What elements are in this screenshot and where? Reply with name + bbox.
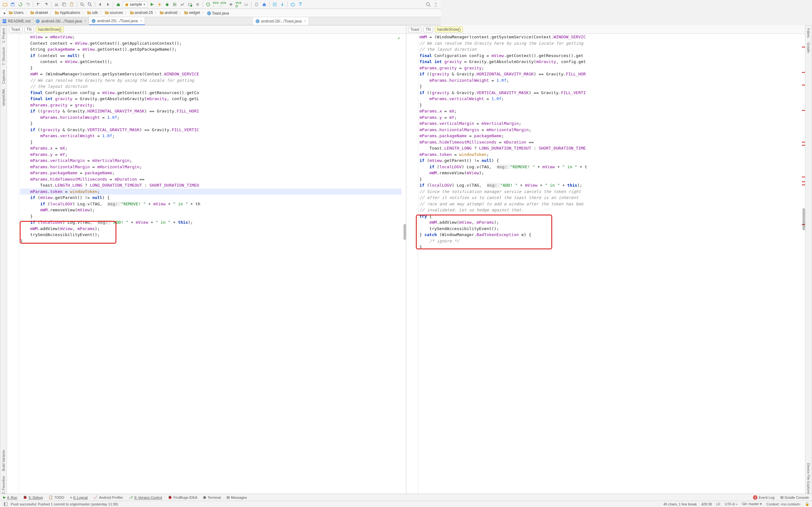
run-config-label: sample — [130, 2, 142, 7]
svg-rect-12 — [70, 3, 73, 6]
svg-rect-62 — [184, 11, 186, 12]
tab-readme[interactable]: MD README.md — [0, 17, 33, 25]
class-icon: C — [256, 19, 259, 23]
sync-icon[interactable] — [17, 1, 23, 8]
close-icon[interactable]: × — [84, 19, 86, 23]
stop-icon[interactable] — [194, 1, 201, 8]
simpleuml-tool[interactable]: simpleUML — [2, 89, 5, 106]
svg-marker-23 — [151, 3, 154, 6]
breadcrumb-segment[interactable]: Users — [8, 10, 25, 15]
attach-debugger-icon[interactable] — [187, 1, 193, 8]
undo-icon[interactable] — [35, 1, 42, 8]
structure-tool[interactable]: 7: Structure — [2, 47, 5, 65]
breadcrumb-segment[interactable]: sources — [104, 10, 124, 15]
svg-marker-38 — [263, 3, 265, 4]
breadcrumb-segment[interactable]: android — [159, 10, 179, 15]
left-tool-stripe: 1: Project 7: Structure Captures simpleU… — [0, 25, 7, 276]
crumb-inner[interactable]: TN — [423, 26, 433, 32]
copy-icon[interactable] — [61, 1, 67, 8]
editor-split: Toast TN handleShow() ✔ mView = mNextVie… — [7, 25, 441, 276]
svg-marker-20 — [107, 3, 109, 6]
run-config-selector[interactable]: ▣ sample ▾ — [123, 1, 148, 8]
user-icon[interactable] — [433, 1, 439, 8]
svg-rect-61 — [184, 12, 188, 14]
layout-inspector-icon[interactable] — [271, 1, 278, 8]
svg-point-44 — [426, 3, 429, 6]
svg-point-16 — [88, 3, 91, 5]
markdown-icon: MD — [3, 19, 6, 23]
paste-icon[interactable] — [68, 1, 75, 8]
tab-label: android-26/.../Toast.java — [261, 19, 302, 23]
svg-line-17 — [90, 5, 92, 6]
debug-icon[interactable] — [164, 1, 170, 8]
crumb-inner[interactable]: TN — [24, 26, 34, 32]
replace-icon[interactable] — [87, 1, 93, 8]
svg-marker-42 — [281, 5, 284, 6]
breadcrumb-segment[interactable]: sdk — [86, 10, 99, 15]
svg-rect-53 — [87, 12, 91, 14]
back-icon[interactable] — [97, 1, 103, 8]
main-toolbar: ▣ sample ▾ VCS↓ VCS↑ VCS◷ ? — [0, 0, 441, 9]
breadcrumb-segment[interactable]: widget — [183, 10, 201, 15]
redo-icon[interactable] — [43, 1, 49, 8]
build-icon[interactable] — [115, 1, 121, 8]
code-area[interactable]: ✔ mView = mNextView; Context context = m… — [7, 34, 406, 276]
structure-icon[interactable] — [290, 1, 296, 8]
download-icon[interactable] — [279, 1, 286, 8]
profile-icon[interactable] — [179, 1, 186, 8]
crumb-class[interactable]: Toast — [408, 26, 422, 32]
svg-line-15 — [83, 5, 84, 6]
crumb-class[interactable]: Toast — [9, 26, 22, 32]
revert-icon[interactable] — [243, 1, 249, 8]
svg-rect-47 — [9, 12, 13, 14]
crumb-method[interactable]: handleShow() — [36, 26, 64, 32]
vcs-compare-icon[interactable] — [228, 1, 234, 8]
close-icon[interactable]: × — [140, 19, 142, 22]
sync-gradle-icon[interactable] — [205, 1, 211, 8]
svg-rect-51 — [55, 12, 59, 14]
svg-rect-11 — [63, 3, 66, 6]
code-lines[interactable]: mView = mNextView; Context context = mVi… — [19, 34, 402, 276]
captures-tool[interactable]: Captures — [2, 70, 5, 84]
error-stripe[interactable] — [402, 34, 406, 276]
svg-rect-57 — [130, 12, 134, 14]
tab-toast-26-a[interactable]: C android-26/.../Toast.java × — [33, 17, 89, 25]
save-all-icon[interactable] — [9, 1, 16, 8]
open-icon[interactable] — [2, 1, 8, 8]
breadcrumb-segment[interactable]: android-25 — [129, 10, 154, 15]
project-tool[interactable]: 1: Project — [2, 28, 5, 43]
gutter[interactable] — [406, 34, 418, 276]
tab-toast-25[interactable]: C android-25/.../Toast.java × — [89, 17, 145, 25]
sdk-manager-icon[interactable] — [261, 1, 267, 8]
avd-manager-icon[interactable] — [253, 1, 260, 8]
svg-rect-40 — [274, 3, 275, 5]
breadcrumb-segment[interactable]: Applications — [54, 10, 82, 15]
gutter[interactable] — [7, 34, 19, 276]
help-icon[interactable]: ? — [297, 1, 304, 8]
vcs-update-icon[interactable]: VCS↓ — [212, 1, 219, 8]
vcs-history-icon[interactable]: VCS◷ — [235, 1, 242, 8]
apply-changes-icon[interactable] — [156, 1, 163, 8]
cut-icon[interactable] — [53, 1, 60, 8]
breadcrumb-segment[interactable]: drakeet — [29, 10, 49, 15]
tab-label: android-26/.../Toast.java — [41, 19, 82, 23]
vcs-commit-icon[interactable]: VCS↑ — [220, 1, 226, 8]
code-lines[interactable]: mWM = (WindowManager)context.getSystemSe… — [418, 34, 441, 276]
search-icon[interactable] — [425, 1, 432, 8]
breadcrumb-root[interactable]: ▸ — [3, 10, 7, 15]
tab-toast-26-b[interactable]: C android-26/.../Toast.java × — [253, 17, 309, 25]
code-area[interactable]: mWM = (WindowManager)context.getSystemSe… — [406, 34, 441, 276]
forward-icon[interactable] — [105, 1, 111, 8]
breadcrumb-segment[interactable]: C Toast.java — [206, 11, 230, 16]
crumb-method[interactable]: handleShow() — [435, 26, 441, 32]
close-icon[interactable]: × — [304, 19, 306, 23]
svg-rect-54 — [87, 11, 89, 12]
find-icon[interactable] — [79, 1, 85, 8]
tab-label: README.md — [8, 19, 31, 23]
svg-rect-58 — [130, 11, 132, 12]
refresh-icon[interactable] — [25, 1, 31, 8]
svg-point-14 — [81, 3, 83, 5]
coverage-icon[interactable] — [171, 1, 178, 8]
run-icon[interactable] — [149, 1, 155, 8]
svg-line-8 — [55, 3, 58, 5]
